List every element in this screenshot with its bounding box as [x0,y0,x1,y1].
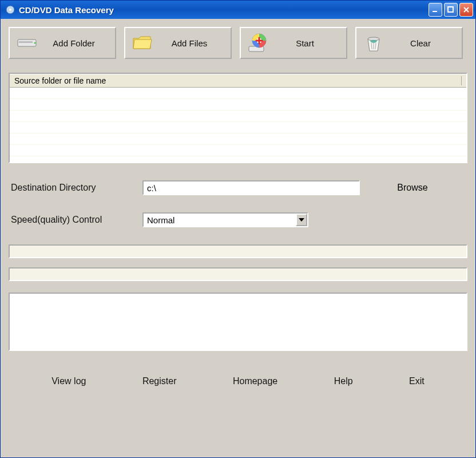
maximize-button[interactable] [444,3,458,17]
app-icon [5,5,15,15]
list-body [10,88,466,162]
start-button[interactable]: Start [240,27,347,59]
speed-label: Speed(quality) Control [11,215,142,225]
status-box [9,293,467,351]
title-bar: CD/DVD Data Recovery [1,1,475,19]
window-controls [429,3,473,17]
minimize-button[interactable] [429,3,442,17]
homepage-link[interactable]: Homepage [233,376,277,386]
svg-rect-3 [448,7,453,12]
clear-button[interactable]: Clear [355,27,463,59]
list-row [10,110,466,122]
source-list[interactable]: Source folder or file name [9,73,467,163]
drive-icon [15,31,38,54]
list-row [10,145,466,156]
register-link[interactable]: Register [142,376,177,386]
start-icon [247,31,269,54]
progress-bar-1 [9,244,467,258]
bottom-links: View log Register Homepage Help Exit [9,376,467,386]
progress-bar-2 [9,267,467,281]
exit-link[interactable]: Exit [409,376,425,386]
close-button[interactable] [459,3,473,17]
folder-icon [131,31,154,54]
svg-marker-15 [299,218,304,222]
speed-selected: Normal [144,215,296,225]
trash-icon [362,31,385,54]
add-files-button[interactable]: Add Files [124,27,232,59]
minimize-icon [432,6,439,13]
dropdown-button[interactable] [296,214,307,226]
app-window: CD/DVD Data Recovery Add Folder [0,0,476,458]
help-link[interactable]: Help [334,376,353,386]
add-folder-label: Add Folder [38,38,109,48]
svg-rect-2 [433,11,437,12]
browse-button[interactable]: Browse [360,183,465,193]
toolbar: Add Folder Add Files [9,27,467,59]
list-row [10,88,466,99]
column-source: Source folder or file name [14,76,462,85]
list-row [10,133,466,145]
list-row [10,99,466,110]
svg-point-1 [9,9,11,11]
chevron-down-icon [299,218,304,222]
list-row [10,122,466,133]
clear-label: Clear [385,38,456,48]
destination-label: Destination Directory [11,183,142,193]
add-folder-button[interactable]: Add Folder [9,27,116,59]
svg-rect-7 [19,41,33,43]
close-icon [463,6,470,13]
destination-input[interactable] [142,180,360,195]
start-label: Start [269,38,340,48]
destination-row: Destination Directory Browse [9,180,467,195]
speed-row: Speed(quality) Control Normal [9,212,467,227]
client-area: Add Folder Add Files [1,19,475,457]
window-title: CD/DVD Data Recovery [19,5,429,15]
speed-select[interactable]: Normal [142,212,308,227]
maximize-icon [447,6,454,13]
list-header[interactable]: Source folder or file name [10,74,466,88]
svg-point-8 [34,42,36,44]
viewlog-link[interactable]: View log [51,376,86,386]
add-files-label: Add Files [154,38,225,48]
